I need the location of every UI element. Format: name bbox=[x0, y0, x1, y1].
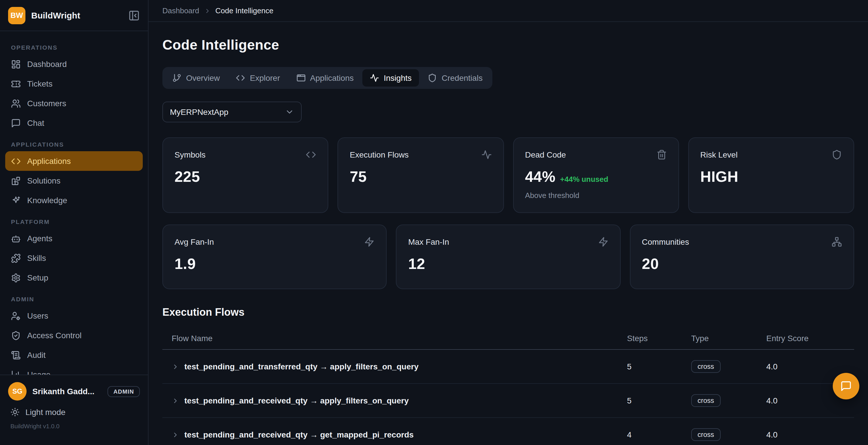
flow-name: test_pending_and_received_qty → get_mapp… bbox=[184, 430, 414, 439]
tab-label: Credentials bbox=[442, 73, 483, 82]
sidebar-item-access-control[interactable]: Access Control bbox=[5, 326, 143, 345]
section-label: PLATFORM bbox=[5, 213, 143, 229]
stat-card-symbols: Symbols 225 bbox=[162, 137, 329, 213]
sidebar-item-solutions[interactable]: Solutions bbox=[5, 171, 143, 191]
chevron-right-icon bbox=[172, 363, 179, 370]
activity-icon bbox=[481, 149, 492, 160]
breadcrumb-current: Code Intelligence bbox=[215, 6, 273, 15]
col-steps: Steps bbox=[627, 333, 691, 343]
tab-overview[interactable]: Overview bbox=[165, 69, 227, 87]
sidebar-item-applications[interactable]: Applications bbox=[5, 151, 143, 171]
chevron-right-icon bbox=[172, 431, 179, 438]
puzzle-icon bbox=[11, 253, 21, 263]
flows-table: Flow Name Steps Type Entry Score test_pe… bbox=[162, 327, 854, 445]
sidebar-section-operations: OPERATIONS Dashboard Tickets Customers C… bbox=[5, 39, 143, 133]
shield-icon bbox=[832, 149, 842, 160]
sidebar-nav: OPERATIONS Dashboard Tickets Customers C… bbox=[0, 31, 148, 375]
chevron-right-icon bbox=[204, 7, 211, 14]
stat-card-max-fan-in: Max Fan-In 12 bbox=[396, 225, 621, 289]
main-area: Dashboard Code Intelligence Code Intelli… bbox=[149, 0, 868, 445]
sidebar-item-chat[interactable]: Chat bbox=[5, 113, 143, 133]
sidebar-item-users[interactable]: Users bbox=[5, 306, 143, 326]
sidebar-item-label: Tickets bbox=[27, 79, 53, 88]
sidebar-item-label: Knowledge bbox=[27, 196, 67, 205]
code-icon bbox=[236, 73, 245, 82]
flows-section-title: Execution Flows bbox=[162, 306, 854, 318]
section-label: ADMIN bbox=[5, 291, 143, 306]
buildwright-app: BW BuildWright OPERATIONS Dashboard Tick… bbox=[0, 0, 868, 445]
zap-icon bbox=[598, 237, 608, 247]
table-row[interactable]: test_pending_and_received_qty → get_mapp… bbox=[162, 418, 854, 445]
sidebar-item-dashboard[interactable]: Dashboard bbox=[5, 54, 143, 74]
col-flow-name: Flow Name bbox=[172, 333, 627, 343]
chevron-right-icon bbox=[172, 397, 179, 404]
app-selector-value: MyERPNextApp bbox=[170, 107, 228, 116]
sidebar-item-tickets[interactable]: Tickets bbox=[5, 74, 143, 94]
theme-toggle-label: Light mode bbox=[25, 408, 66, 417]
flow-entry-score: 4.0 bbox=[766, 430, 845, 439]
app-selector[interactable]: MyERPNextApp bbox=[162, 102, 302, 123]
sidebar-item-knowledge[interactable]: Knowledge bbox=[5, 191, 143, 210]
sidebar-item-customers[interactable]: Customers bbox=[5, 94, 143, 113]
git-branch-icon bbox=[172, 73, 182, 82]
chart-icon bbox=[11, 370, 21, 375]
flow-steps: 5 bbox=[627, 362, 691, 371]
tab-applications[interactable]: Applications bbox=[289, 69, 361, 87]
user-menu[interactable]: SG Srikanth Gadd... ADMIN bbox=[8, 382, 140, 401]
shield-icon bbox=[428, 73, 437, 82]
col-type: Type bbox=[691, 333, 766, 343]
blocks-icon bbox=[11, 176, 21, 185]
stat-label: Symbols bbox=[175, 150, 206, 159]
sidebar-footer: SG Srikanth Gadd... ADMIN Light mode Bui… bbox=[0, 375, 148, 445]
user-name: Srikanth Gadd... bbox=[32, 387, 102, 396]
stat-card-communities: Communities 20 bbox=[630, 225, 854, 289]
flow-entry-score: 4.0 bbox=[766, 396, 845, 405]
tab-label: Explorer bbox=[250, 73, 280, 82]
sun-icon bbox=[10, 408, 20, 417]
stat-value: HIGH bbox=[701, 168, 739, 186]
sidebar-item-label: Agents bbox=[27, 234, 52, 243]
flow-steps: 5 bbox=[627, 396, 691, 405]
sidebar-item-label: Usage bbox=[27, 370, 51, 375]
tab-bar: Overview Explorer Applications Insights … bbox=[162, 67, 492, 89]
sidebar-item-label: Skills bbox=[27, 253, 46, 263]
sidebar-item-setup[interactable]: Setup bbox=[5, 268, 143, 287]
chevron-down-icon bbox=[285, 107, 294, 116]
sidebar-section-applications: APPLICATIONS Applications Solutions Know… bbox=[5, 136, 143, 210]
breadcrumb-parent[interactable]: Dashboard bbox=[162, 6, 199, 15]
shield-check-icon bbox=[11, 331, 21, 340]
flow-entry-score: 4.0 bbox=[766, 362, 845, 371]
stat-delta: +44% unused bbox=[560, 175, 608, 183]
app-window-icon bbox=[296, 73, 305, 82]
stat-value: 12 bbox=[408, 255, 425, 273]
sidebar-section-admin: ADMIN Users Access Control Audit Usage bbox=[5, 291, 143, 375]
sidebar-item-skills[interactable]: Skills bbox=[5, 248, 143, 268]
tab-label: Overview bbox=[186, 73, 220, 82]
sidebar-item-audit[interactable]: Audit bbox=[5, 345, 143, 365]
sidebar-item-label: Chat bbox=[27, 118, 44, 128]
stat-label: Execution Flows bbox=[350, 150, 409, 159]
section-label: APPLICATIONS bbox=[5, 136, 143, 151]
sidebar-item-usage[interactable]: Usage bbox=[5, 365, 143, 375]
sidebar-section-platform: PLATFORM Agents Skills Setup bbox=[5, 213, 143, 287]
chat-fab-button[interactable] bbox=[833, 373, 859, 400]
tab-credentials[interactable]: Credentials bbox=[421, 69, 490, 87]
table-row[interactable]: test_pending_and_transferred_qty → apply… bbox=[162, 350, 854, 384]
sidebar-item-agents[interactable]: Agents bbox=[5, 229, 143, 248]
theme-toggle[interactable]: Light mode bbox=[8, 408, 140, 417]
table-row[interactable]: test_pending_and_received_qty → apply_fi… bbox=[162, 384, 854, 418]
stat-card-risk-level: Risk Level HIGH bbox=[688, 137, 855, 213]
tab-insights[interactable]: Insights bbox=[362, 69, 419, 87]
flows-table-header: Flow Name Steps Type Entry Score bbox=[162, 327, 854, 350]
sidebar-item-label: Customers bbox=[27, 99, 66, 108]
page-content: Code Intelligence Overview Explorer Appl… bbox=[149, 22, 868, 445]
stats-row-2: Avg Fan-In 1.9 Max Fan-In 12 Communities… bbox=[162, 225, 854, 289]
dashboard-icon bbox=[11, 59, 21, 69]
collapse-sidebar-icon[interactable] bbox=[128, 9, 140, 21]
stat-label: Communities bbox=[642, 237, 689, 246]
avatar: SG bbox=[8, 382, 27, 401]
trash-icon bbox=[656, 149, 667, 160]
tab-explorer[interactable]: Explorer bbox=[228, 69, 287, 87]
stat-value: 20 bbox=[642, 255, 659, 273]
activity-icon bbox=[370, 73, 379, 82]
